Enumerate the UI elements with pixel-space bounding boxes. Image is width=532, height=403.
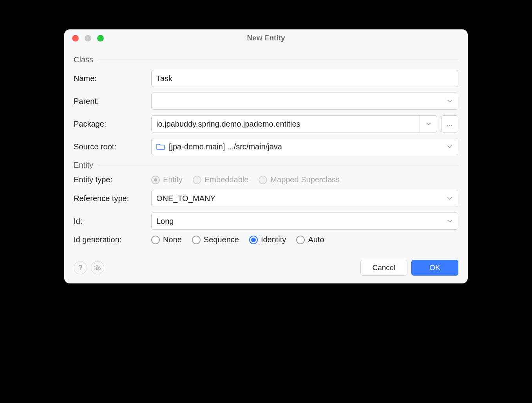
chevron-down-icon: [425, 120, 432, 127]
radio-identity[interactable]: Identity: [249, 235, 286, 244]
id-combo[interactable]: Long: [151, 212, 458, 230]
section-entity: Entity: [74, 161, 458, 170]
chevron-down-icon: [446, 98, 453, 105]
chevron-down-icon: [446, 143, 453, 150]
divider: [98, 165, 458, 165]
radio-icon: [151, 176, 160, 184]
name-value: Task: [156, 74, 172, 83]
package-value: io.jpabuddy.spring.demo.jpademo.entities: [152, 116, 420, 132]
parent-label: Parent:: [74, 97, 147, 106]
entity-type-group: Entity Embeddable Mapped Superclass: [151, 175, 458, 184]
reference-type-label: Reference type:: [74, 194, 147, 203]
radio-embeddable: Embeddable: [193, 175, 248, 184]
radio-none-label: None: [163, 235, 182, 244]
radio-icon: [193, 176, 201, 184]
radio-icon: [259, 176, 267, 184]
id-generation-group: None Sequence Identity Auto: [151, 235, 458, 244]
ellipsis-icon: ...: [447, 120, 452, 128]
chevron-down-icon: [446, 195, 453, 202]
source-root-value: [jpa-demo.main] .../src/main/java: [169, 142, 282, 151]
maximize-icon[interactable]: [97, 35, 104, 42]
new-entity-dialog: New Entity Class Name: Task Parent:: [64, 29, 468, 283]
ok-button[interactable]: OK: [411, 260, 458, 276]
window-controls: [64, 35, 104, 42]
browse-button[interactable]: ...: [441, 115, 458, 133]
settings-button[interactable]: [91, 261, 104, 274]
help-icon: ?: [78, 264, 82, 272]
entity-type-label: Entity type:: [74, 175, 147, 184]
cancel-label: Cancel: [372, 263, 395, 272]
section-class: Class: [74, 55, 458, 64]
source-root-label: Source root:: [74, 142, 147, 151]
gear-icon: [94, 264, 101, 271]
dialog-footer: ? Cancel OK: [64, 257, 468, 283]
radio-auto[interactable]: Auto: [296, 235, 324, 244]
section-entity-label: Entity: [74, 161, 93, 170]
folder-icon: [156, 143, 165, 150]
divider: [98, 60, 458, 60]
section-class-label: Class: [74, 55, 93, 64]
id-generation-label: Id generation:: [74, 235, 147, 244]
help-button[interactable]: ?: [74, 261, 87, 274]
radio-none[interactable]: None: [151, 235, 182, 244]
radio-mapped-superclass-label: Mapped Superclass: [270, 175, 340, 184]
close-icon[interactable]: [72, 35, 79, 42]
id-value: Long: [156, 217, 174, 226]
radio-icon: [296, 236, 305, 244]
radio-auto-label: Auto: [308, 235, 324, 244]
dialog-title: New Entity: [64, 34, 468, 42]
reference-type-combo[interactable]: ONE_TO_MANY: [151, 190, 458, 207]
name-label: Name:: [74, 74, 147, 83]
radio-identity-label: Identity: [261, 235, 286, 244]
parent-combo[interactable]: [151, 93, 458, 110]
radio-icon: [192, 236, 201, 244]
radio-sequence-label: Sequence: [204, 235, 239, 244]
radio-icon: [151, 236, 160, 244]
minimize-icon: [85, 35, 91, 42]
chevron-down-icon: [446, 218, 453, 225]
radio-entity: Entity: [151, 175, 183, 184]
radio-entity-label: Entity: [163, 175, 183, 184]
cancel-button[interactable]: Cancel: [360, 260, 407, 276]
id-label: Id:: [74, 217, 147, 226]
radio-mapped-superclass: Mapped Superclass: [259, 175, 340, 184]
source-root-combo[interactable]: [jpa-demo.main] .../src/main/java: [151, 138, 458, 155]
titlebar: New Entity: [64, 29, 468, 47]
radio-icon: [249, 236, 258, 244]
package-combo[interactable]: io.jpabuddy.spring.demo.jpademo.entities: [151, 115, 437, 133]
package-label: Package:: [74, 120, 147, 129]
radio-embeddable-label: Embeddable: [204, 175, 248, 184]
package-dropdown[interactable]: [420, 116, 437, 132]
radio-sequence[interactable]: Sequence: [192, 235, 239, 244]
reference-type-value: ONE_TO_MANY: [156, 194, 215, 203]
ok-label: OK: [429, 263, 440, 272]
name-input[interactable]: Task: [151, 70, 458, 87]
